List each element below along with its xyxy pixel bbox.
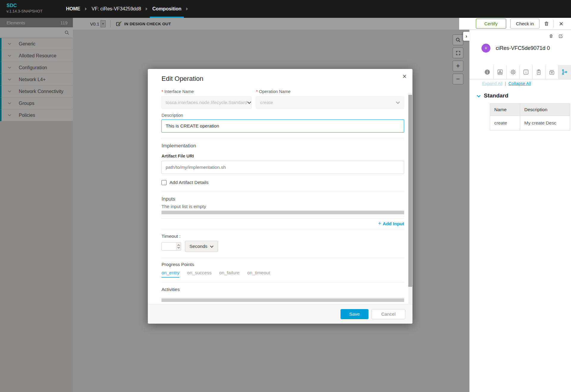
- divider: [161, 192, 404, 192]
- table-row[interactable]: create My create Desc: [490, 116, 570, 130]
- artifact-file-uri-input[interactable]: [161, 161, 404, 174]
- horizontal-scrollbar[interactable]: [161, 211, 404, 214]
- interface-name-select[interactable]: tosca.interfaces.node.lifecycle.Standard: [161, 96, 252, 109]
- breadcrumb-vf[interactable]: VF: ciRes-VF34259dd8: [89, 0, 144, 18]
- tab-on-failure[interactable]: on_failure: [219, 270, 239, 278]
- cancel-button[interactable]: Cancel: [371, 309, 405, 319]
- vertical-scrollbar[interactable]: [408, 93, 412, 304]
- close-icon[interactable]: ×: [558, 20, 564, 27]
- operation-name-label: *Operation Name: [256, 89, 404, 94]
- panel-top-icons: [549, 34, 563, 39]
- tab-on-timeout[interactable]: on_timeout: [247, 270, 270, 278]
- timeout-value-field[interactable]: [162, 243, 176, 250]
- breadcrumb-composition[interactable]: Composition: [149, 0, 184, 18]
- composition-icon: [497, 69, 503, 75]
- interface-name-value: tosca.interfaces.node.lifecycle.Standard: [166, 100, 247, 105]
- horizontal-scrollbar[interactable]: [161, 298, 404, 302]
- artifact-file-uri-label: Artifact File URI: [161, 154, 404, 158]
- divider: [161, 138, 404, 138]
- table-header-description: Description: [520, 104, 570, 116]
- timeout-unit-value: Seconds: [189, 244, 207, 249]
- number-spinner[interactable]: [176, 243, 181, 250]
- tab-on-success[interactable]: on_success: [187, 270, 211, 278]
- active-tab-underline: [150, 17, 184, 18]
- workspace-actions: Certify Check in ×: [459, 18, 571, 30]
- app-logo: SDC: [7, 3, 57, 8]
- tab-settings[interactable]: [506, 65, 519, 79]
- required-asterisk: *: [161, 89, 163, 94]
- collapse-all-link[interactable]: Collapse All: [508, 81, 531, 86]
- archive-box-icon: [549, 69, 555, 75]
- implementation-title: Implementation: [161, 143, 404, 149]
- component-name: ciRes-VFC5de9071d 0: [496, 45, 550, 51]
- timeout-unit-select[interactable]: Seconds: [185, 241, 218, 252]
- divider: [553, 20, 554, 28]
- component-details-panel: › R ciRes-VFC5de9071d 0: [469, 30, 571, 392]
- add-artifact-details-label: Add Artifact Details: [170, 180, 208, 185]
- save-button[interactable]: Save: [341, 309, 368, 319]
- clipboard-icon: [536, 69, 542, 75]
- avatar: R: [481, 44, 490, 53]
- check-in-button[interactable]: Check in: [510, 19, 539, 29]
- info-circle-icon: [484, 69, 490, 75]
- operation-name-value: create: [260, 100, 273, 105]
- timeout-number-input[interactable]: [161, 242, 181, 251]
- breadcrumb-home[interactable]: HOME: [63, 0, 83, 18]
- chevron-down-icon: [477, 95, 481, 97]
- collapse-panel-button[interactable]: ›: [463, 32, 470, 41]
- breadcrumb: HOME VF: ciRes-VF34259dd8 Composition: [63, 0, 190, 18]
- progress-points-tabs: on_entry on_success on_failure on_timeou…: [161, 270, 404, 278]
- tab-requirements[interactable]: [519, 65, 532, 79]
- certify-button[interactable]: Certify: [476, 19, 506, 29]
- tab-deployment-artifacts[interactable]: [532, 65, 545, 79]
- checkbox-icon[interactable]: [161, 180, 167, 185]
- chevron-down-icon: [177, 247, 180, 248]
- breadcrumb-separator-icon: [85, 7, 87, 10]
- expand-all-link[interactable]: Expand All: [482, 81, 503, 86]
- sdc-app: SDC v.1.14.3-SNAPSHOT HOME VF: ciRes-VF3…: [0, 0, 571, 392]
- operation-name-select[interactable]: create: [256, 96, 404, 109]
- required-asterisk: *: [256, 89, 258, 94]
- breadcrumb-separator-icon: [186, 7, 188, 10]
- modal-footer: Save Cancel: [148, 304, 412, 324]
- add-input-button[interactable]: +Add Input: [161, 221, 404, 227]
- top-bar: SDC v.1.14.3-SNAPSHOT HOME VF: ciRes-VF3…: [0, 0, 571, 18]
- chevron-down-icon: [210, 245, 214, 248]
- tab-info[interactable]: [481, 65, 493, 79]
- tab-operations[interactable]: [558, 65, 571, 79]
- scrollbar-thumb[interactable]: [408, 95, 412, 287]
- edit-icon[interactable]: [558, 34, 563, 39]
- chevron-down-icon: [396, 101, 400, 104]
- divider: [161, 230, 404, 230]
- tab-on-entry[interactable]: on_entry: [161, 270, 179, 278]
- description-input[interactable]: [161, 119, 404, 133]
- timeout-row: Seconds: [161, 241, 404, 252]
- tab-composition[interactable]: [493, 65, 506, 79]
- inputs-empty-message: The input list is empty: [161, 204, 404, 209]
- table-header-name: Name: [490, 104, 520, 116]
- operation-description-cell[interactable]: My create Desc: [520, 116, 570, 130]
- timeout-label: Timeout :: [161, 234, 404, 239]
- description-label: Description: [161, 113, 404, 118]
- inputs-title: Inputs: [161, 196, 404, 202]
- divider: [161, 257, 404, 258]
- breadcrumb-composition-label: Composition: [152, 6, 181, 12]
- trash-icon[interactable]: [549, 34, 553, 39]
- gear-icon: [510, 69, 516, 75]
- app-version: v.1.14.3-SNAPSHOT: [7, 9, 57, 13]
- interface-section-header[interactable]: Standard: [477, 92, 508, 99]
- delete-icon[interactable]: [544, 21, 549, 26]
- tab-information-artifacts[interactable]: [545, 65, 558, 79]
- expand-collapse-links: Expand All | Collapse All: [482, 81, 531, 86]
- divider: [161, 218, 404, 219]
- modal-title: Edit Operation: [161, 75, 405, 83]
- add-artifact-details-checkbox-row[interactable]: Add Artifact Details: [161, 180, 404, 185]
- plus-icon: +: [378, 221, 381, 226]
- operation-name-cell[interactable]: create: [490, 116, 520, 130]
- panel-tabs: [470, 65, 571, 79]
- breadcrumb-separator-icon: [146, 7, 148, 10]
- close-icon[interactable]: ×: [403, 73, 407, 80]
- modal-header: Edit Operation ×: [148, 69, 412, 83]
- interface-section-title: Standard: [484, 92, 508, 99]
- activities-title: Activities: [161, 287, 404, 292]
